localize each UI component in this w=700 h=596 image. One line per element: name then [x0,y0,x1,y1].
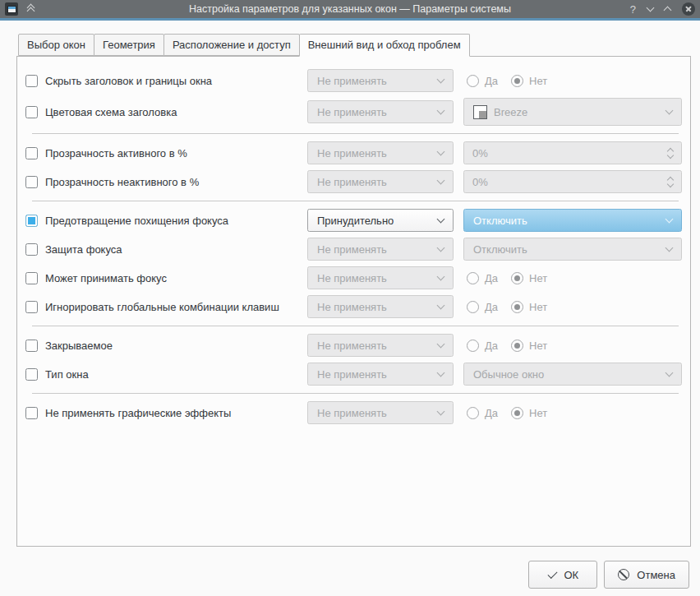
chevron-down-icon [437,76,445,84]
radio-label: Нет [529,301,547,313]
value-combobox[interactable]: Обычное окно [463,363,682,386]
apply-combobox[interactable]: Не применять [307,401,454,424]
keep-above-icon[interactable] [28,5,34,14]
apply-combobox-value: Не применять [317,176,431,188]
row-checkbox[interactable] [25,301,38,313]
apply-combobox[interactable]: Не применять [307,69,454,92]
apply-column: Не применять [307,266,454,289]
extra-column: ДаНет [463,75,682,87]
row-label[interactable]: Не применять графические эффекты [45,407,231,419]
row-label[interactable]: Может принимать фокус [45,272,167,284]
chevron-down-icon [437,215,445,224]
tab-geometry[interactable]: Геометрия [94,34,164,56]
radio-да[interactable] [467,301,479,313]
extra-column: ДаНет [463,340,682,352]
tab-arrangement-access[interactable]: Расположение и доступ [163,34,300,56]
chevron-down-icon [437,273,445,281]
help-icon[interactable]: ? [630,3,636,16]
spinbox-arrows[interactable] [668,149,673,158]
close-icon[interactable] [682,2,695,16]
row-checkbox[interactable] [25,340,38,352]
row-label[interactable]: Тип окна [45,368,89,381]
chevron-down-icon [665,369,674,377]
radio-да[interactable] [467,407,479,419]
chevron-down-icon [437,148,445,156]
dialog-footer: ОК Отмена [16,561,691,589]
apply-combobox-value: Не применять [317,301,431,313]
row-checkbox[interactable] [25,272,38,284]
chevron-down-icon [437,107,445,115]
cancel-button-label: Отмена [637,569,675,581]
spinbox-arrows[interactable] [668,178,673,187]
apply-combobox-value: Не применять [317,407,431,419]
radio-нет[interactable] [511,301,523,313]
row-checkbox[interactable] [25,215,38,227]
apply-column: Не применять [307,401,454,424]
spinbox-value: 0% [472,176,668,188]
radio-group: ДаНет [463,75,560,87]
row-label[interactable]: Прозрачность активного в % [45,147,187,159]
row-checkbox[interactable] [25,243,38,256]
apply-combobox[interactable]: Не применять [307,266,454,289]
row-checkbox[interactable] [25,147,38,159]
radio-да[interactable] [467,75,479,87]
row-label[interactable]: Скрыть заголовок и границы окна [45,75,212,87]
value-combobox-value: Отключить [473,243,660,256]
row-label[interactable]: Предотвращение похищения фокуса [45,215,228,227]
row-label[interactable]: Цветовая схема заголовка [45,106,177,118]
tab-window-selection[interactable]: Выбор окон [18,34,94,56]
row-checkbox[interactable] [25,75,38,87]
ok-button-label: ОК [564,569,579,581]
setting-row: ЗакрываемоеНе применятьДаНет [25,334,682,357]
row-checkbox[interactable] [25,106,38,118]
radio-нет[interactable] [511,272,523,284]
window-title: Настройка параметров для указанных окон … [0,3,700,15]
tab-appearance-workarounds[interactable]: Внешний вид и обход проблем [299,34,470,57]
cancel-button[interactable]: Отмена [604,561,689,589]
radio-нет[interactable] [511,407,523,419]
row-label[interactable]: Защита фокуса [45,243,122,256]
apply-combobox[interactable]: Не применять [307,141,454,164]
row-label[interactable]: Игнорировать глобальные комбинации клави… [45,301,279,313]
apply-combobox[interactable]: Не применять [307,295,454,318]
apply-column: Не применять [307,141,454,164]
apply-column: Не применять [307,334,454,357]
apply-column: Не применять [307,69,454,92]
value-combobox[interactable]: Отключить [463,238,682,261]
apply-combobox[interactable]: Не применять [307,100,454,123]
setting-row: Не применять графические эффектыНе приме… [25,401,682,424]
extra-column: 0% [463,170,682,193]
row-checkbox[interactable] [25,176,38,188]
radio-да[interactable] [467,340,479,352]
value-combobox[interactable]: Отключить [463,209,682,232]
apply-combobox[interactable]: Не применять [307,334,454,357]
row-label[interactable]: Закрываемое [45,340,113,352]
radio-label: Да [485,407,498,419]
radio-да[interactable] [467,272,479,284]
setting-row: Защита фокусаНе применятьОтключить [25,238,682,261]
radio-group: ДаНет [463,272,560,284]
ok-button[interactable]: ОК [528,561,597,589]
value-spinbox[interactable]: 0% [463,141,682,164]
apply-column: Не применять [307,238,454,261]
apply-combobox[interactable]: Принудительно [307,209,454,232]
radio-нет[interactable] [511,340,523,352]
row-checkbox[interactable] [25,407,38,419]
radio-label: Да [485,272,498,284]
value-spinbox[interactable]: 0% [463,170,682,193]
row-checkbox[interactable] [25,368,38,381]
check-icon [547,568,557,578]
minimize-icon[interactable] [647,4,655,12]
row-label[interactable]: Прозрачность неактивного в % [45,176,199,188]
value-combobox[interactable]: Breeze [463,98,682,126]
apply-combobox-value: Не применять [317,147,431,159]
apply-combobox[interactable]: Не применять [307,238,454,261]
setting-row-left: Защита фокуса [25,243,307,256]
setting-row: Скрыть заголовок и границы окнаНе примен… [25,69,682,92]
maximize-icon[interactable] [664,7,672,15]
apply-combobox-value: Не применять [317,106,431,118]
apply-combobox[interactable]: Не применять [307,363,454,386]
radio-нет[interactable] [511,75,523,87]
apply-combobox-value: Принудительно [317,215,431,227]
apply-combobox[interactable]: Не применять [307,170,454,193]
